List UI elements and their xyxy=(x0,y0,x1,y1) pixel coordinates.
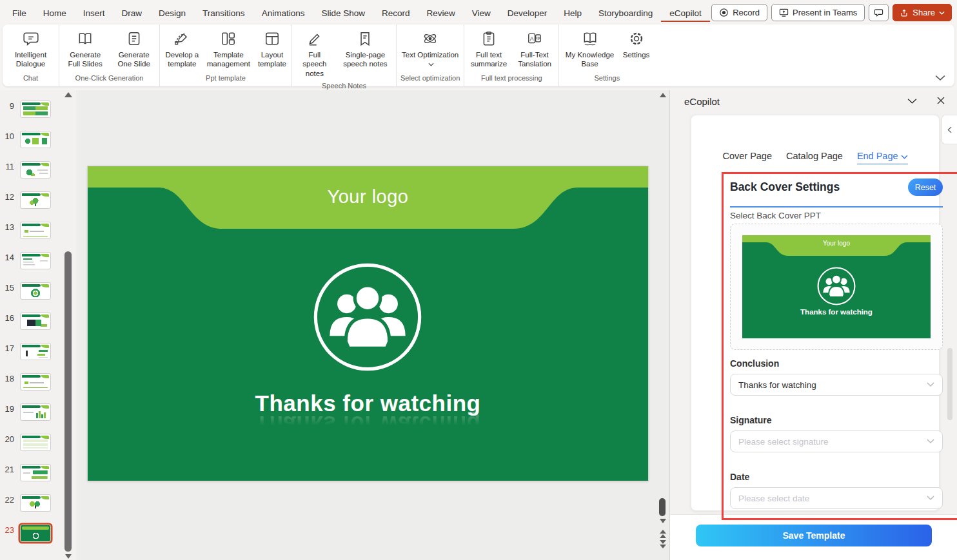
panel-title: eCopilot xyxy=(684,96,720,107)
collapse-panel-handle[interactable] xyxy=(942,115,957,144)
slide-thumbnail[interactable] xyxy=(20,161,51,179)
slide-canvas: Your logo Thanks for watching Thanks for… xyxy=(78,90,669,560)
slide-title-block[interactable]: Thanks for watching Thanks for watching xyxy=(88,391,648,437)
slide-thumbnail[interactable] xyxy=(20,343,51,360)
conclusion-value: Thanks for watching xyxy=(738,380,816,390)
layout-template-button[interactable]: Layout template xyxy=(254,28,290,72)
people-icon xyxy=(311,260,424,374)
slide-number: 10 xyxy=(0,131,14,141)
develop-template-button[interactable]: Develop a template xyxy=(161,28,203,72)
slide-number: 18 xyxy=(0,373,14,383)
signature-dropdown[interactable]: Please select signature xyxy=(730,430,943,452)
slide-thumbnail[interactable] xyxy=(20,494,51,512)
menu-review[interactable]: Review xyxy=(419,3,464,23)
canvas-scrollbar-thumb[interactable] xyxy=(659,498,666,516)
slide-editor[interactable]: Your logo Thanks for watching Thanks for… xyxy=(88,166,648,481)
scroll-down-arrow-icon[interactable] xyxy=(65,554,72,559)
present-icon xyxy=(779,8,789,17)
slide-row: 11 xyxy=(0,161,77,191)
slide-row: 9 xyxy=(0,101,77,131)
slides-scrollbar-thumb[interactable] xyxy=(64,251,72,552)
signature-placeholder: Please select signature xyxy=(738,437,829,447)
menu-animations[interactable]: Animations xyxy=(253,3,313,23)
slide-number: 9 xyxy=(0,101,14,111)
menu-ecopilot[interactable]: eCopilot xyxy=(661,3,710,23)
menu-draw[interactable]: Draw xyxy=(113,3,151,23)
single-page-speech-notes-button[interactable]: Single-page speech notes xyxy=(336,28,395,72)
tab-end-page[interactable]: End Page xyxy=(857,151,908,164)
text-optimization-button[interactable]: Text Optimization xyxy=(398,28,462,72)
slide-thumbnail[interactable] xyxy=(20,434,51,451)
slide-thumbnail[interactable] xyxy=(20,131,51,148)
menu-transitions[interactable]: Transitions xyxy=(194,3,253,23)
open-book-icon xyxy=(77,30,94,47)
template-management-button[interactable]: Template management xyxy=(203,28,254,72)
my-knowledge-base-button[interactable]: My Knowledge Base xyxy=(560,28,618,72)
ribbon-group-speech-notes: Full speech notes Single-page speech not… xyxy=(292,24,397,86)
slide-thumbnail[interactable] xyxy=(20,101,51,118)
panel-scrollbar-thumb[interactable] xyxy=(947,348,952,420)
slide-thumbnail-selected[interactable] xyxy=(20,525,51,542)
menu-slide-show[interactable]: Slide Show xyxy=(313,3,373,23)
tab-cover-page[interactable]: Cover Page xyxy=(722,151,772,164)
slide-thumbnail[interactable] xyxy=(20,373,51,391)
slide-thumbnail[interactable] xyxy=(20,191,51,209)
ribbon-group-full-text: Full text summarize AΦ Full-Text Tanslat… xyxy=(464,24,559,86)
slide-thumbnail[interactable] xyxy=(20,313,51,330)
menu-design[interactable]: Design xyxy=(150,3,194,23)
slide-thumbnail[interactable] xyxy=(20,403,51,421)
date-dropdown[interactable]: Please select date xyxy=(730,487,943,509)
slide-logo-text[interactable]: Your logo xyxy=(88,186,648,208)
full-text-translation-button[interactable]: AΦ Full-Text Tanslation xyxy=(512,28,558,72)
chevron-left-icon xyxy=(947,126,952,133)
menu-insert[interactable]: Insert xyxy=(75,3,113,23)
full-speech-notes-button[interactable]: Full speech notes xyxy=(293,28,336,81)
menu-record[interactable]: Record xyxy=(373,3,419,23)
menu-home[interactable]: Home xyxy=(35,3,75,23)
button-label: Template management xyxy=(207,50,250,69)
menu-file[interactable]: File xyxy=(4,3,35,23)
present-in-teams-button[interactable]: Present in Teams xyxy=(771,4,865,21)
record-button[interactable]: Record xyxy=(711,4,767,21)
tab-catalog-page[interactable]: Catalog Page xyxy=(786,151,843,164)
layout-icon xyxy=(264,30,281,47)
menu-developer[interactable]: Developer xyxy=(499,3,556,23)
record-icon xyxy=(719,8,729,17)
scroll-up-arrow-icon[interactable] xyxy=(64,92,72,97)
slide-thumbnail[interactable] xyxy=(20,464,51,481)
scroll-down-arrow-icon[interactable] xyxy=(660,519,666,523)
reset-button[interactable]: Reset xyxy=(908,179,943,196)
share-icon xyxy=(900,8,909,17)
menu-view[interactable]: View xyxy=(464,3,499,23)
present-button-label: Present in Teams xyxy=(793,8,857,17)
generate-one-slide-button[interactable]: Generate One Slide xyxy=(110,28,158,72)
share-button[interactable]: Share xyxy=(893,4,952,21)
record-button-label: Record xyxy=(733,8,760,17)
menu-help[interactable]: Help xyxy=(555,3,590,23)
save-template-button[interactable]: Save Template xyxy=(696,525,932,546)
slide-thumbnail[interactable] xyxy=(20,252,51,269)
slide-number: 21 xyxy=(0,464,14,474)
scroll-up-arrow-icon[interactable] xyxy=(660,93,666,97)
next-slide-button[interactable] xyxy=(660,540,666,548)
back-cover-preview-box[interactable]: Your logo Thank xyxy=(730,224,943,350)
slide-thumbnail[interactable] xyxy=(20,222,51,239)
section-divider xyxy=(730,206,943,208)
close-panel-icon[interactable] xyxy=(936,96,945,105)
intelligent-dialogue-button[interactable]: Intelligent Dialogue xyxy=(4,28,57,72)
collapse-ribbon-icon[interactable] xyxy=(935,75,945,81)
full-text-summarize-button[interactable]: Full text summarize xyxy=(466,28,511,72)
clipboard-icon xyxy=(480,30,497,47)
slide-thumbnail[interactable] xyxy=(20,282,51,300)
slide-row: 10 xyxy=(0,131,77,161)
settings-button[interactable]: Settings xyxy=(619,28,654,62)
generate-full-slides-button[interactable]: Generate Full Slides xyxy=(61,28,110,72)
previous-slide-button[interactable] xyxy=(660,530,666,538)
signature-label: Signature xyxy=(730,415,772,425)
conclusion-dropdown[interactable]: Thanks for watching xyxy=(730,374,943,396)
slide-number: 14 xyxy=(0,252,14,262)
menu-storyboarding[interactable]: Storyboarding xyxy=(590,3,661,23)
minimize-panel-icon[interactable] xyxy=(907,98,917,104)
date-label: Date xyxy=(730,472,749,482)
comments-button[interactable] xyxy=(869,4,889,21)
